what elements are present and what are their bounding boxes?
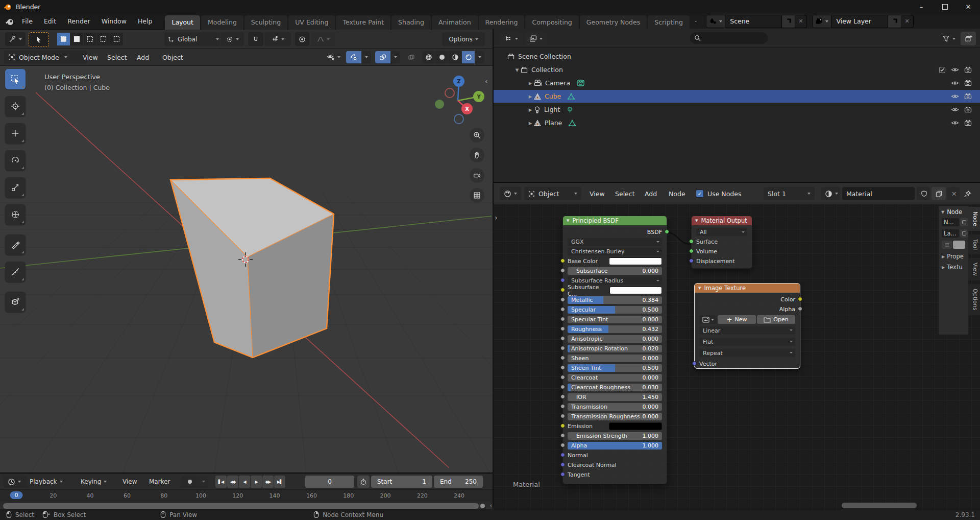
workspace-tab-scripting[interactable]: Scripting <box>648 15 690 30</box>
dropdown-flat[interactable]: Flat <box>699 338 795 346</box>
workspace-tab-compositing[interactable]: Compositing <box>525 15 578 30</box>
close-button[interactable]: ✕ <box>957 0 980 13</box>
camera-view-button[interactable] <box>470 168 484 183</box>
ruler-frame-20[interactable]: 20 <box>50 492 57 499</box>
collapse-triangle-icon[interactable]: ▼ <box>698 286 701 290</box>
menu-file[interactable]: File <box>16 17 38 25</box>
hide-eye-toggle[interactable] <box>951 93 959 99</box>
hide-eye-toggle[interactable] <box>951 120 959 126</box>
outliner-filter-mode-dropdown[interactable] <box>525 32 547 45</box>
gizmo-y-axis[interactable]: Y <box>473 91 484 102</box>
output-target-dropdown[interactable]: All <box>696 228 747 236</box>
active-tool-select-box[interactable] <box>29 32 49 47</box>
socket-float[interactable] <box>560 375 565 380</box>
disable-render-toggle[interactable] <box>964 80 972 86</box>
outliner-filter-dropdown[interactable] <box>939 32 959 45</box>
node-output-header[interactable]: ▼ Material Output <box>692 216 752 225</box>
disable-render-toggle[interactable] <box>964 120 972 126</box>
socket-out-bsdf[interactable] <box>665 229 669 234</box>
show-overlays-toggle[interactable] <box>375 51 390 63</box>
color-swatch-subsurface-c-[interactable] <box>609 287 662 294</box>
perspective-toggle-button[interactable] <box>470 188 484 203</box>
timeline-menu-marker[interactable]: Marker <box>149 474 170 489</box>
material-copy-button[interactable] <box>932 187 946 200</box>
socket-color[interactable] <box>560 423 565 428</box>
socket-float[interactable] <box>560 356 565 360</box>
transform-orientation-dropdown[interactable]: Global <box>164 32 220 46</box>
workspace-tab-texture-paint[interactable]: Texture Paint <box>336 15 390 30</box>
gizmo-y-negative[interactable] <box>435 100 444 109</box>
workspace-tab-uv-editing[interactable]: UV Editing <box>288 15 335 30</box>
timeline-menu-view[interactable]: View <box>122 474 137 489</box>
gizmo-z-axis[interactable]: Z <box>453 76 464 87</box>
shader-menu-select[interactable]: Select <box>615 183 635 204</box>
ruler-frame-220[interactable]: 220 <box>417 492 428 499</box>
ruler-frame-100[interactable]: 100 <box>195 492 206 499</box>
socket-float[interactable] <box>560 317 565 321</box>
shader-type-dropdown[interactable]: Object <box>524 187 581 200</box>
workspace-tab-geometry-nodes[interactable]: Geometry Nodes <box>580 15 647 30</box>
ruler-frame-120[interactable]: 120 <box>232 492 243 499</box>
jump-to-end-button[interactable]: ▶▌ <box>274 476 285 488</box>
name-icon-button[interactable] <box>960 218 968 226</box>
socket-vector[interactable] <box>692 361 697 366</box>
slider-emission-strength[interactable]: Emission Strength1.000 <box>568 432 662 440</box>
node-principled-header[interactable]: ▼ Principled BSDF <box>563 216 667 225</box>
material-name-field[interactable]: Material <box>842 187 915 200</box>
select-mode-3[interactable] <box>97 33 110 45</box>
slider-anisotropic[interactable]: Anisotropic0.000 <box>568 335 662 343</box>
slider-sheen[interactable]: Sheen0.000 <box>568 354 662 362</box>
socket-float[interactable] <box>560 433 565 438</box>
select-mode-4[interactable] <box>110 33 123 45</box>
node-image-texture[interactable]: ▼ Image Texture ColorAlpha+NewOpenLinear… <box>694 283 800 369</box>
slider-roughness[interactable]: Roughness0.432 <box>568 325 662 333</box>
socket-float[interactable] <box>560 414 565 418</box>
play-button[interactable]: ▶ <box>251 476 262 488</box>
timeline-editor-dropdown[interactable] <box>3 476 27 488</box>
workspace-add-button[interactable]: - <box>695 18 697 25</box>
viewport-menu-add[interactable]: Add <box>137 49 149 66</box>
disable-render-toggle[interactable] <box>964 93 972 100</box>
node-material-output[interactable]: ▼ Material Output All SurfaceVolumeDispl… <box>691 216 752 269</box>
node-image-header[interactable]: ▼ Image Texture <box>695 283 800 293</box>
ruler-frame-140[interactable]: 140 <box>270 492 280 499</box>
new-collection-button[interactable] <box>961 32 976 45</box>
shading-material-button[interactable] <box>449 51 461 63</box>
snap-toggle[interactable] <box>248 32 263 46</box>
hide-eye-toggle[interactable] <box>951 67 959 73</box>
image-new-button[interactable]: +New <box>718 315 756 324</box>
scrollbar-chevron[interactable]: ‹ <box>490 502 492 509</box>
slider-specular-tint[interactable]: Specular Tint0.000 <box>568 316 662 323</box>
ruler-frame-40[interactable]: 40 <box>87 492 94 499</box>
scene-selector[interactable]: Scene ✕ <box>706 15 807 28</box>
outliner-row-scene-collection[interactable]: Scene Collection <box>494 50 980 63</box>
scene-unlink-icon[interactable]: ✕ <box>795 18 806 25</box>
socket-vector[interactable] <box>560 453 565 457</box>
frame-end-field[interactable]: End 250 <box>434 476 483 488</box>
mode-dropdown[interactable]: Object Mode <box>4 51 87 64</box>
sidebar-tab-view[interactable]: View <box>968 258 980 280</box>
expand-arrow-icon[interactable]: ▼ <box>514 67 520 73</box>
options-dropdown[interactable]: Options <box>442 32 485 46</box>
tool-measure[interactable] <box>5 262 26 282</box>
dropdown-christensen-burley[interactable]: Christensen-Burley <box>568 248 662 255</box>
editor-type-dropdown[interactable] <box>500 187 521 200</box>
viewport-panel-collapse[interactable]: ‹ <box>485 77 488 85</box>
sidebar-tab-node[interactable]: Node <box>968 207 980 231</box>
view-layer-selector[interactable]: View Layer ✕ <box>812 15 913 28</box>
gizmo-x-axis[interactable]: X <box>461 103 473 114</box>
shader-panel-expand[interactable]: › <box>495 214 498 222</box>
image-open-button[interactable]: Open <box>757 315 795 324</box>
workspace-tab-shading[interactable]: Shading <box>391 15 431 30</box>
viewport-menu-view[interactable]: View <box>83 49 98 66</box>
slider-specular[interactable]: Specular0.500 <box>568 306 662 314</box>
ruler-frame-240[interactable]: 240 <box>454 492 464 499</box>
shading-solid-button[interactable] <box>435 51 448 63</box>
expand-arrow-icon[interactable]: ▶ <box>527 94 533 99</box>
current-frame-field[interactable]: 0 <box>305 476 354 488</box>
shader-menu-view[interactable]: View <box>590 183 605 204</box>
tool-scale[interactable] <box>5 177 26 198</box>
cube-object[interactable] <box>170 178 334 358</box>
slider-metallic[interactable]: Metallic0.384 <box>568 296 662 304</box>
timeline-menu-playback[interactable]: Playback <box>30 474 63 489</box>
